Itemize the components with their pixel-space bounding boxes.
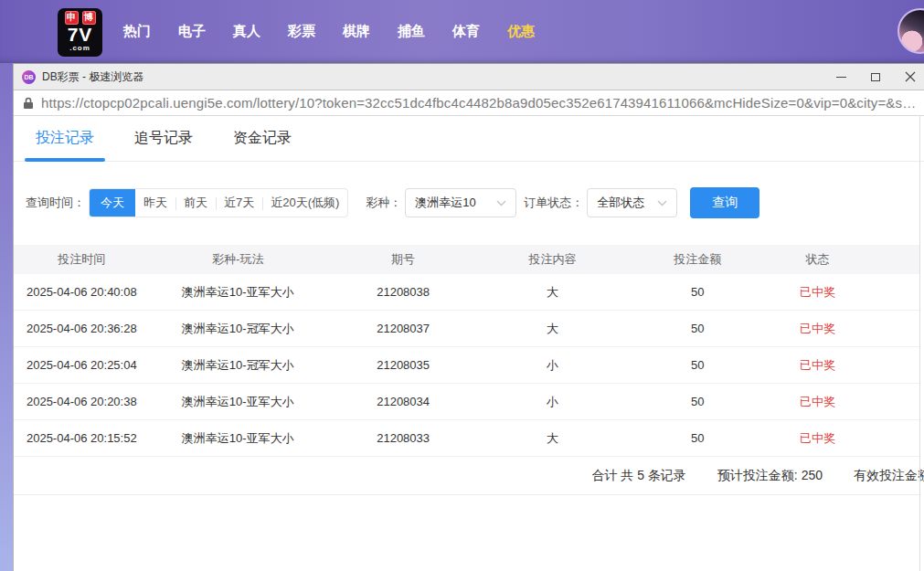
tab-bet-records[interactable]: 投注记录 [25, 116, 105, 161]
lottery-select[interactable]: 澳洲幸运10 [405, 188, 516, 217]
cell-lottery-play: 澳洲幸运10-冠军大小 [150, 357, 326, 374]
table-body: 2025-04-06 20:40:08 澳洲幸运10-亚军大小 21208038… [14, 274, 919, 457]
time-filter-group: 今天昨天前天近7天近20天(低频) [89, 188, 348, 217]
cell-bet-amount: 50 [625, 395, 770, 408]
minimize-button[interactable] [823, 64, 858, 90]
cell-bet-time: 2025-04-06 20:25:04 [14, 358, 150, 372]
cell-bet-content: 小 [480, 394, 625, 410]
address-bar[interactable]: https://ctopcp02pcali.uengi5e.com/lotter… [14, 90, 924, 116]
cell-bet-content: 大 [480, 430, 625, 447]
browser-window: DB DB彩票 - 极速浏览器 https://ctopcp02pcali.ue… [13, 63, 924, 571]
nav-item-sports[interactable]: 体育 [452, 23, 480, 40]
nav-item-hot[interactable]: 热门 [123, 23, 151, 40]
cell-bet-time: 2025-04-06 20:40:08 [14, 285, 150, 299]
cell-bet-content: 大 [480, 284, 625, 301]
nav-item-board-games[interactable]: 棋牌 [343, 23, 370, 40]
cell-issue: 21208035 [326, 358, 480, 372]
window-controls [823, 64, 924, 90]
cell-bet-amount: 50 [625, 322, 770, 335]
cell-status: 已中奖 [770, 394, 865, 410]
main-nav: 热门电子真人彩票棋牌捕鱼体育优惠 [123, 23, 535, 40]
records-table: 投注时间 彩种-玩法 期号 投注内容 投注金额 状态 2025-04-06 20… [14, 245, 919, 495]
table-row: 2025-04-06 20:36:28 澳洲幸运10-冠军大小 21208037… [14, 311, 919, 347]
maximize-button[interactable] [858, 64, 893, 90]
cell-issue: 21208037 [326, 322, 480, 335]
status-select-value: 全部状态 [597, 195, 644, 211]
record-tabs: 投注记录追号记录资金记录 [14, 116, 924, 162]
cell-status: 已中奖 [770, 357, 865, 374]
summary-total: 合计 共 5 条记录 [591, 468, 685, 484]
cell-lottery-play: 澳洲幸运10-亚军大小 [150, 394, 326, 410]
cell-lottery-play: 澳洲幸运10-亚军大小 [150, 430, 326, 447]
maximize-icon [871, 73, 880, 81]
window-titlebar: DB DB彩票 - 极速浏览器 [14, 64, 924, 90]
cell-issue: 21208038 [326, 285, 480, 299]
nav-item-slots[interactable]: 电子 [178, 23, 206, 40]
logo-text: 7V [58, 25, 102, 44]
query-button[interactable]: 查询 [690, 187, 759, 218]
tab-fund-records[interactable]: 资金记录 [222, 116, 303, 161]
desktop-background: 申 博 7V .com 热门电子真人彩票棋牌捕鱼体育优惠 DB DB彩票 - 极… [0, 0, 924, 571]
tab-chase-records[interactable]: 追号记录 [123, 116, 204, 161]
user-avatar[interactable] [897, 8, 924, 54]
chevron-down-icon [496, 200, 506, 206]
cell-bet-content: 小 [480, 357, 625, 374]
nav-item-fishing[interactable]: 捕鱼 [398, 23, 425, 40]
time-option-2[interactable]: 前天 [175, 189, 216, 217]
cell-bet-time: 2025-04-06 20:20:38 [14, 395, 150, 408]
cell-bet-content: 大 [480, 321, 625, 337]
cell-status: 已中奖 [770, 430, 865, 447]
table-header: 投注时间 彩种-玩法 期号 投注内容 投注金额 状态 [14, 245, 919, 274]
cell-lottery-play: 澳洲幸运10-冠军大小 [150, 321, 326, 337]
cell-bet-amount: 50 [625, 285, 770, 299]
close-button[interactable] [893, 64, 924, 90]
logo-badge-bo: 博 [82, 11, 96, 25]
cell-status: 已中奖 [770, 321, 865, 337]
chevron-down-icon [657, 200, 667, 206]
time-option-1[interactable]: 昨天 [135, 189, 175, 217]
close-icon [905, 71, 916, 82]
col-header-bet-amount: 投注金额 [625, 251, 770, 268]
url-text: https://ctopcp02pcali.uengi5e.com/lotter… [41, 95, 916, 111]
page-content: 投注记录追号记录资金记录 查询时间： 今天昨天前天近7天近20天(低频) 彩种：… [14, 116, 924, 571]
summary-valid-amount: 有效投注金额 [854, 468, 924, 484]
cell-lottery-play: 澳洲幸运10-亚军大小 [150, 284, 326, 301]
cell-bet-time: 2025-04-06 20:36:28 [14, 322, 150, 335]
lottery-filter-label: 彩种： [366, 195, 401, 211]
browser-favicon: DB [22, 70, 36, 84]
col-header-bet-content: 投注内容 [480, 251, 625, 268]
time-option-0[interactable]: 今天 [90, 189, 135, 217]
time-option-3[interactable]: 近7天 [216, 189, 262, 217]
table-row: 2025-04-06 20:40:08 澳洲幸运10-亚军大小 21208038… [14, 274, 919, 311]
table-row: 2025-04-06 20:25:04 澳洲幸运10-冠军大小 21208035… [14, 347, 919, 384]
status-select[interactable]: 全部状态 [587, 188, 677, 217]
cell-bet-time: 2025-04-06 20:15:52 [14, 431, 150, 445]
table-summary: 合计 共 5 条记录 预计投注金额: 250 有效投注金额 [14, 457, 919, 495]
cell-bet-amount: 50 [625, 431, 770, 445]
nav-item-promo[interactable]: 优惠 [507, 23, 535, 40]
col-header-bet-time: 投注时间 [14, 251, 150, 268]
filter-bar: 查询时间： 今天昨天前天近7天近20天(低频) 彩种： 澳洲幸运10 订单状态：… [14, 187, 924, 218]
lottery-select-value: 澳洲幸运10 [415, 195, 475, 211]
site-logo[interactable]: 申 博 7V .com [58, 8, 102, 57]
col-header-issue: 期号 [326, 251, 480, 268]
cell-issue: 21208033 [326, 431, 480, 445]
site-header: 申 博 7V .com 热门电子真人彩票棋牌捕鱼体育优惠 [0, 0, 924, 63]
status-filter-label: 订单状态： [524, 195, 583, 211]
cell-status: 已中奖 [770, 284, 865, 301]
col-header-lottery-play: 彩种-玩法 [150, 251, 326, 268]
minimize-icon [836, 77, 846, 78]
lock-icon [23, 97, 34, 110]
logo-badge-shen: 申 [65, 11, 79, 25]
nav-item-live[interactable]: 真人 [233, 23, 260, 40]
time-option-4[interactable]: 近20天(低频) [262, 189, 347, 217]
cell-bet-amount: 50 [625, 358, 770, 372]
window-title: DB彩票 - 极速浏览器 [42, 69, 143, 85]
table-row: 2025-04-06 20:15:52 澳洲幸运10-亚军大小 21208033… [14, 420, 919, 457]
nav-item-lottery[interactable]: 彩票 [288, 23, 315, 40]
summary-estimated-amount: 预计投注金额: 250 [717, 468, 823, 484]
table-row: 2025-04-06 20:20:38 澳洲幸运10-亚军大小 21208034… [14, 384, 919, 420]
logo-suffix: .com [58, 44, 102, 52]
content-right-divider [919, 116, 920, 571]
cell-issue: 21208034 [326, 395, 480, 408]
